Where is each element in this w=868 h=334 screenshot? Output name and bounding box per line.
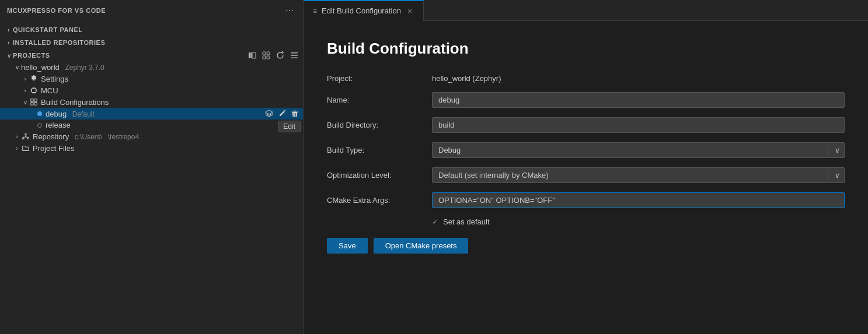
tree-item-mcu[interactable]: › MCU — [0, 85, 303, 96]
svg-rect-26 — [34, 103, 37, 105]
project-field-value: hello_world (Zephyr) — [432, 74, 845, 83]
installed-repos-label: INSTALLED REPOSITORIES — [13, 39, 105, 46]
set-default-label: Set as default — [443, 217, 490, 226]
projects-toolbar — [246, 50, 301, 61]
chevron-right-icon: › — [21, 75, 29, 83]
name-field-label: Name: — [327, 96, 432, 104]
library-icon — [247, 51, 257, 60]
tab-close-button[interactable]: × — [406, 6, 414, 16]
tree-item-debug[interactable]: debug Default Edit — [0, 108, 303, 119]
layers-icon — [265, 110, 273, 118]
debug-label: debug Default — [46, 110, 263, 118]
project-version: Zephyr 3.7.0 — [65, 64, 104, 72]
cmake-args-field-label: CMake Extra Args: — [327, 196, 432, 205]
main-content: ≡ Edit Build Configuration × Build Confi… — [304, 0, 868, 334]
svg-rect-9 — [291, 58, 298, 59]
trash-icon — [291, 110, 299, 118]
select-divider — [828, 145, 828, 156]
svg-rect-10 — [32, 89, 36, 93]
svg-rect-8 — [291, 55, 298, 56]
chevron-right-icon: › — [13, 144, 21, 152]
form-row-build-type: Build Type: Debug Release MinSizeRel Rel… — [327, 142, 845, 158]
quickstart-label: QUICKSTART PANEL — [13, 26, 83, 33]
form-row-project: Project: hello_world (Zephyr) — [327, 74, 845, 83]
chevron-right-icon: › — [5, 38, 13, 47]
layers-button[interactable] — [263, 109, 275, 118]
opt-level-select[interactable]: Default (set internally by CMake) -O0 -O… — [432, 167, 845, 183]
edit-pencil-button[interactable] — [276, 109, 288, 118]
build-config-icon — [29, 97, 39, 107]
sidebar-app-header: MCUXPRESSO FOR VS CODE ⋯ — [0, 0, 303, 21]
tree-item-repository[interactable]: › Repository c:\Users\ \testrepo4 — [0, 131, 303, 142]
build-grid-button[interactable] — [260, 50, 273, 61]
chevron-down-icon: ∨ — [21, 98, 29, 106]
checkmark-icon: ✓ — [432, 217, 438, 226]
svg-rect-25 — [31, 103, 33, 105]
form-row-name: Name: — [327, 92, 845, 108]
sidebar-content: › QUICKSTART PANEL › INSTALLED REPOSITOR… — [0, 21, 303, 334]
open-cmake-presets-button[interactable]: Open CMake presets — [374, 238, 469, 254]
library-icon-button[interactable] — [246, 50, 259, 61]
tab-bar: ≡ Edit Build Configuration × — [304, 0, 868, 21]
chevron-down-icon: ∨ — [5, 51, 13, 59]
opt-level-field-label: Optimization Level: — [327, 171, 432, 180]
select-divider — [828, 170, 828, 181]
svg-point-28 — [22, 138, 24, 139]
tree-item-hello-world[interactable]: ∨ hello_world Zephyr 3.7.0 — [0, 62, 303, 73]
overflow-button[interactable] — [288, 50, 301, 61]
chevron-down-icon: ∨ — [13, 64, 21, 72]
build-grid-icon — [262, 51, 271, 60]
more-options-button[interactable]: ⋯ — [283, 5, 296, 16]
cmake-args-input[interactable] — [432, 192, 845, 208]
debug-actions — [263, 109, 301, 118]
delete-button[interactable] — [289, 109, 301, 118]
edit-build-config-tab[interactable]: ≡ Edit Build Configuration × — [304, 0, 424, 21]
active-dot-icon — [37, 111, 42, 116]
folder-icon — [21, 143, 30, 153]
form-title: Build Configuration — [327, 40, 845, 58]
svg-rect-24 — [34, 99, 37, 101]
svg-rect-2 — [252, 52, 256, 58]
build-type-select[interactable]: Debug Release MinSizeRel RelWithDebInfo — [432, 142, 845, 158]
inactive-dot-icon — [37, 123, 42, 128]
mcu-label: MCU — [41, 86, 303, 95]
refresh-button[interactable] — [274, 50, 287, 61]
sidebar-item-quickstart[interactable]: › QUICKSTART PANEL — [0, 23, 303, 36]
svg-rect-5 — [263, 56, 266, 59]
build-dir-input[interactable] — [432, 117, 845, 133]
projects-label: PROJECTS — [13, 52, 246, 59]
svg-rect-23 — [31, 99, 33, 101]
hello-world-label: hello_world Zephyr 3.7.0 — [21, 63, 303, 72]
svg-rect-3 — [263, 52, 266, 55]
svg-rect-6 — [267, 56, 270, 59]
svg-rect-0 — [249, 52, 250, 58]
save-button[interactable]: Save — [327, 238, 368, 254]
tree-item-build-configurations[interactable]: ∨ Build Configurations — [0, 96, 303, 108]
svg-rect-4 — [267, 52, 270, 55]
settings-label: Settings — [41, 75, 303, 83]
svg-point-27 — [25, 133, 27, 135]
chevron-right-icon: › — [13, 132, 21, 140]
release-label: release — [46, 121, 303, 129]
mcu-icon — [29, 86, 39, 95]
project-files-label: Project Files — [33, 144, 303, 153]
build-configurations-label: Build Configurations — [41, 98, 303, 107]
sidebar-item-installed-repos[interactable]: › INSTALLED REPOSITORIES — [0, 36, 303, 49]
button-row: Save Open CMake presets — [327, 238, 845, 254]
app-title: MCUXPRESSO FOR VS CODE — [7, 7, 106, 14]
sidebar: MCUXPRESSO FOR VS CODE ⋯ › QUICKSTART PA… — [0, 0, 304, 334]
tree-item-project-files[interactable]: › Project Files — [0, 142, 303, 154]
tree-item-settings[interactable]: › Settings — [0, 73, 303, 85]
tab-icon: ≡ — [313, 7, 317, 15]
project-name: hello_world — [21, 63, 60, 72]
repository-label: Repository c:\Users\ \testrepo4 — [33, 132, 303, 141]
svg-rect-1 — [250, 52, 252, 58]
chevron-right-icon: › — [5, 26, 13, 34]
set-default-row: ✓ Set as default — [432, 217, 845, 226]
projects-header[interactable]: ∨ PROJECTS — [0, 49, 303, 62]
projects-section: ∨ PROJECTS — [0, 49, 303, 154]
name-input[interactable] — [432, 92, 845, 108]
tree-item-release[interactable]: release — [0, 119, 303, 131]
pencil-icon — [278, 110, 286, 118]
build-dir-field-label: Build Directory: — [327, 121, 432, 129]
